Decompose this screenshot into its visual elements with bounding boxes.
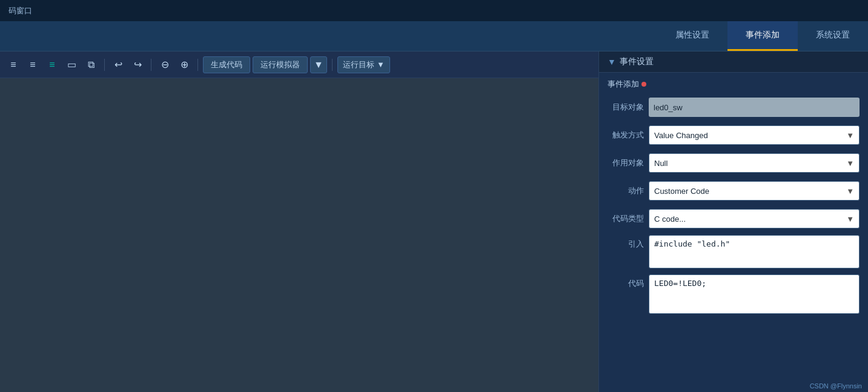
tab-event-add[interactable]: 事件添加 (727, 21, 798, 51)
form-row-action: 动作 Customer Code ▼ (599, 177, 868, 205)
target-input[interactable] (649, 98, 860, 117)
simulator-dropdown-icon[interactable]: ▼ (310, 56, 327, 73)
event-add-section: 事件添加 (599, 73, 868, 93)
trigger-select[interactable]: Value Changed ▼ (649, 125, 860, 145)
include-section: 引入 #include "led.h" (599, 233, 868, 272)
canvas-area: ≡ ≡ ≡ ▭ ⧉ ↩ ↪ ⊖ ⊕ 生成代码 运行模拟器 ▼ 运行目标 ▼ (0, 51, 598, 392)
tab-properties[interactable]: 属性设置 (657, 21, 727, 51)
align-center-icon[interactable]: ≡ (24, 56, 41, 73)
csdn-footer: CSDN @Flynnsin (599, 380, 868, 392)
target-label: 目标对象 (608, 102, 644, 113)
form-row-target: 目标对象 (599, 93, 868, 121)
action-target-label: 作用对象 (608, 158, 644, 168)
event-add-text: 事件添加 (608, 79, 639, 90)
rect-icon[interactable]: ▭ (63, 56, 80, 73)
separator-4 (332, 59, 333, 71)
form-row-trigger: 触发方式 Value Changed ▼ (599, 121, 868, 149)
panel-section-header: ▼ 事件设置 (599, 51, 868, 73)
copy-icon[interactable]: ⧉ (82, 56, 99, 73)
zoom-in-icon[interactable]: ⊕ (176, 56, 193, 73)
include-label: 引入 (608, 235, 644, 250)
main-content: ≡ ≡ ≡ ▭ ⧉ ↩ ↪ ⊖ ⊕ 生成代码 运行模拟器 ▼ 运行目标 ▼ (0, 51, 868, 392)
code-label: 代码 (608, 274, 644, 289)
action-chevron-icon: ▼ (846, 187, 854, 196)
top-tab-bar: 属性设置 事件添加 系统设置 (0, 21, 868, 51)
action-label: 动作 (608, 185, 644, 196)
action-target-value: Null (654, 159, 668, 168)
window-title: 码窗口 (8, 5, 32, 16)
window-titlebar: 码窗口 (0, 0, 868, 21)
run-simulator-button[interactable]: 运行模拟器 (253, 56, 308, 73)
action-target-chevron-icon: ▼ (846, 159, 854, 168)
separator-2 (151, 59, 151, 71)
code-type-label: 代码类型 (608, 213, 644, 224)
redo-icon[interactable]: ↪ (129, 56, 146, 73)
align-left-icon[interactable]: ≡ (5, 56, 22, 73)
form-row-code-type: 代码类型 C code... ▼ (599, 205, 868, 233)
trigger-value: Value Changed (654, 131, 708, 140)
form-row-action-target: 作用对象 Null ▼ (599, 149, 868, 177)
action-value: Customer Code (654, 187, 709, 196)
trigger-chevron-icon: ▼ (846, 131, 854, 140)
event-add-dot (641, 82, 646, 87)
separator-1 (104, 59, 105, 71)
form-rows: 目标对象 触发方式 Value Changed ▼ 作用对象 Null ▼ (599, 93, 868, 380)
separator-3 (197, 59, 198, 71)
code-type-value: C code... (654, 214, 686, 224)
generate-code-button[interactable]: 生成代码 (203, 56, 250, 73)
code-type-chevron-icon: ▼ (846, 214, 854, 224)
align-justify-icon[interactable]: ≡ (44, 56, 61, 73)
toolbar: ≡ ≡ ≡ ▭ ⧉ ↩ ↪ ⊖ ⊕ 生成代码 运行模拟器 ▼ 运行目标 ▼ (0, 51, 598, 78)
action-select[interactable]: Customer Code ▼ (649, 181, 860, 201)
right-panel: ▼ 事件设置 事件添加 目标对象 触发方式 Value Changed ▼ (598, 51, 868, 392)
include-textarea[interactable]: #include "led.h" (649, 235, 860, 268)
undo-icon[interactable]: ↩ (110, 56, 127, 73)
action-target-select[interactable]: Null ▼ (649, 153, 860, 173)
trigger-label: 触发方式 (608, 130, 644, 141)
run-target-dropdown[interactable]: 运行目标 ▼ (337, 56, 390, 73)
tab-system-settings[interactable]: 系统设置 (798, 21, 868, 51)
section-title: 事件设置 (620, 56, 654, 67)
code-section: 代码 LED0=!LED0; (599, 272, 868, 316)
zoom-out-icon[interactable]: ⊖ (156, 56, 173, 73)
code-type-select[interactable]: C code... ▼ (649, 209, 860, 228)
code-textarea[interactable]: LED0=!LED0; (649, 274, 860, 314)
section-triangle-icon: ▼ (608, 57, 616, 67)
